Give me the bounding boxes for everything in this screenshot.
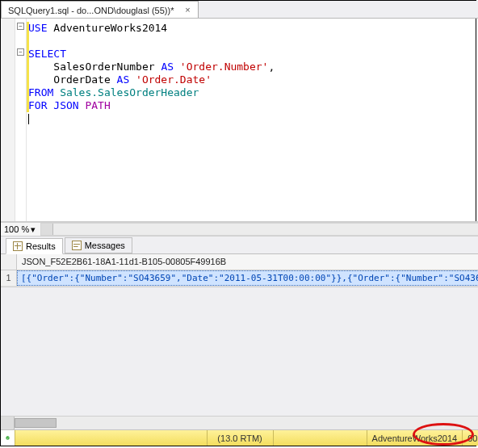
horizontal-scrollbar[interactable] — [1, 416, 478, 429]
text-caret — [28, 114, 29, 124]
results-tab-strip: Results Messages — [1, 237, 478, 254]
tab-title: SQLQuery1.sql - do...OND\douglasl (55))* — [8, 6, 174, 15]
document-tab[interactable]: SQLQuery1.sql - do...OND\douglasl (55))*… — [1, 1, 199, 18]
sql-editor: − − USE AdventureWorks2014 SELECT SalesO… — [1, 19, 478, 222]
status-login — [274, 430, 367, 446]
close-icon[interactable]: × — [182, 5, 193, 16]
status-database: AdventureWorks2014 — [367, 430, 463, 446]
fold-toggle-icon[interactable]: − — [17, 23, 24, 30]
table-row: 1 [{"Order":{"Number":"SO43659","Date":"… — [1, 270, 478, 287]
zoom-value: 100 % — [4, 224, 29, 234]
status-bar: (13.0 RTM) AdventureWorks2014 00:00:00 9… — [1, 429, 478, 446]
row-header[interactable]: 1 — [1, 270, 17, 286]
tab-results[interactable]: Results — [6, 238, 63, 254]
svg-point-0 — [6, 436, 9, 439]
fold-column: − − — [15, 19, 27, 221]
grid-empty-area — [1, 287, 478, 416]
tab-messages[interactable]: Messages — [65, 237, 132, 253]
document-tab-bar: SQLQuery1.sql - do...OND\douglasl (55))*… — [1, 1, 478, 19]
result-cell[interactable]: [{"Order":{"Number":"SO43659","Date":"20… — [17, 270, 478, 286]
chevron-down-icon: ▾ — [31, 224, 36, 235]
grid-icon — [13, 241, 23, 251]
editor-gutter — [1, 19, 15, 221]
grid-header-row: JSON_F52E2B61-18A1-11d1-B105-00805F49916… — [1, 254, 478, 270]
status-connection — [15, 430, 208, 446]
status-elapsed: 00:00:00 — [463, 430, 478, 446]
column-header[interactable]: JSON_F52E2B61-18A1-11d1-B105-00805F49916… — [17, 254, 478, 270]
editor-text[interactable]: USE AdventureWorks2014 SELECT SalesOrder… — [27, 19, 478, 221]
grid-corner[interactable] — [1, 254, 17, 270]
editor-footer: 100 % ▾ — [1, 222, 478, 237]
fold-toggle-icon[interactable]: − — [17, 48, 24, 56]
status-success-icon — [1, 430, 15, 446]
scrollbar-thumb[interactable] — [15, 418, 57, 428]
status-version: (13.0 RTM) — [208, 430, 274, 446]
change-marker — [27, 22, 29, 112]
horizontal-scrollbar[interactable] — [40, 223, 478, 236]
messages-icon — [72, 241, 82, 250]
tab-label: Results — [26, 241, 56, 251]
zoom-dropdown[interactable]: 100 % ▾ — [1, 224, 39, 235]
tab-label: Messages — [85, 241, 125, 250]
results-grid: JSON_F52E2B61-18A1-11d1-B105-00805F49916… — [1, 254, 478, 429]
